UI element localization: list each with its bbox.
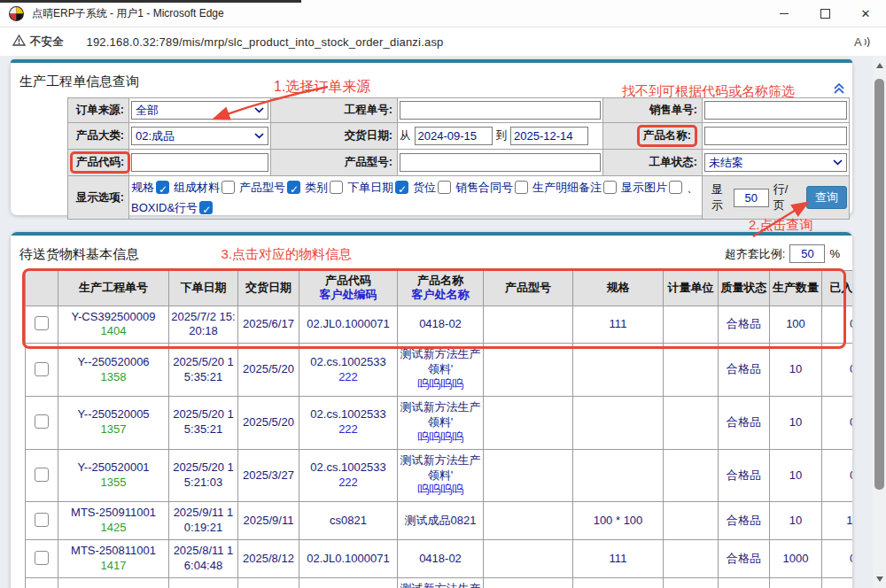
display-option-checkbox[interactable] xyxy=(199,201,213,214)
display-option-checkbox[interactable] xyxy=(438,181,451,194)
display-option-checkbox[interactable] xyxy=(222,181,235,194)
customer-code-link[interactable]: 222 xyxy=(301,370,395,385)
cell-select xyxy=(26,577,58,588)
display-option-checkbox[interactable] xyxy=(287,181,300,194)
product-code-label: 产品代码: xyxy=(68,150,129,176)
search-button[interactable]: 查询 xyxy=(806,186,847,209)
customer-code-link[interactable]: 222 xyxy=(301,476,395,491)
cell-quality: 合格品 xyxy=(719,502,770,540)
row-checkbox[interactable] xyxy=(35,551,49,565)
cell-order-date: 2025/5/20 15:21:03 xyxy=(169,449,238,502)
cell-product-code: 02.cs.1002533222 xyxy=(299,344,398,397)
read-aloud-icon[interactable]: A xyxy=(853,35,872,49)
vertical-scrollbar[interactable] xyxy=(873,56,886,588)
cell-order-no: Y--2505200061358 xyxy=(58,344,169,397)
minimize-button[interactable] xyxy=(764,0,804,27)
table-row[interactable]: MTS-2507150031413 2025/7/15 15:16:12 202… xyxy=(26,577,853,588)
column-header: 生产数量 xyxy=(770,271,822,306)
model-label: 产品型号: xyxy=(271,150,398,176)
cell-select xyxy=(26,396,58,449)
cell-unit xyxy=(664,344,719,397)
ratio-input[interactable] xyxy=(789,244,825,263)
customer-name-link[interactable]: 呜呜呜呜 xyxy=(400,430,481,445)
cell-model xyxy=(484,540,573,578)
triangle-down-icon xyxy=(876,576,883,582)
cell-quality: 合格品 xyxy=(719,306,770,344)
display-option-checkbox[interactable] xyxy=(603,181,617,194)
scrollbar-thumb[interactable] xyxy=(874,79,884,490)
display-option-checkbox[interactable] xyxy=(669,181,682,194)
display-option[interactable]: 组成材料 xyxy=(174,177,235,197)
display-option[interactable]: 销售合同号 xyxy=(455,177,528,197)
ratio-label: 超齐套比例: xyxy=(725,246,786,262)
collapse-panel-icon[interactable] xyxy=(833,82,845,98)
cell-spec: 111 xyxy=(573,306,664,344)
row-checkbox[interactable] xyxy=(35,468,49,482)
close-button[interactable]: ✕ xyxy=(845,0,886,27)
annotation-step1: 1.选择订单来源 xyxy=(274,78,370,97)
delivery-to-input[interactable] xyxy=(510,127,588,145)
table-row[interactable]: Y--2505200051357 2025/5/20 15:35:21 2025… xyxy=(26,396,853,449)
cell-qty: 10 xyxy=(770,344,822,397)
display-option-checkbox[interactable] xyxy=(515,181,528,194)
scroll-up-button[interactable] xyxy=(873,58,886,72)
scroll-down-button[interactable] xyxy=(873,572,886,585)
column-header: 质量状态 xyxy=(719,271,770,306)
row-checkbox[interactable] xyxy=(35,362,49,376)
row-checkbox[interactable] xyxy=(35,513,49,527)
model-input[interactable] xyxy=(400,153,601,172)
table-row[interactable]: Y-CS3925000091404 2025/7/2 15:20:18 2025… xyxy=(26,306,853,344)
cell-model xyxy=(484,306,573,344)
cell-unit xyxy=(664,540,719,578)
product-code-input[interactable] xyxy=(131,153,268,172)
page-size-input[interactable] xyxy=(734,189,769,207)
table-row[interactable]: Y--2505200011355 2025/5/20 15:21:03 2025… xyxy=(26,449,853,502)
cell-product-name: 测试新方法生产领料'呜呜呜呜 xyxy=(398,449,484,502)
address-url[interactable]: 192.168.0.32:789/mis/mrp/slc_product_int… xyxy=(87,35,444,49)
display-option[interactable]: 生产明细备注 xyxy=(532,177,617,197)
project-no-input[interactable] xyxy=(400,101,601,120)
maximize-button[interactable] xyxy=(804,0,845,27)
display-option-checkbox[interactable] xyxy=(395,181,408,194)
display-option[interactable]: 下单日期 xyxy=(347,177,408,197)
category-select[interactable]: 02:成品 xyxy=(131,127,268,145)
ratio-unit: % xyxy=(829,247,840,260)
status-label: 工单状态: xyxy=(603,150,703,176)
cell-delivery-date: 2025/5/20 xyxy=(238,396,299,449)
security-status-label[interactable]: 不安全 xyxy=(30,35,64,50)
order-source-select[interactable]: 全部 xyxy=(131,101,268,120)
table-row[interactable]: MTS-2508110011417 2025/8/11 16:04:48 202… xyxy=(26,540,853,578)
window-title: 点晴ERP子系统 - 用户1 - Microsoft Edge xyxy=(32,6,224,21)
cell-model xyxy=(484,577,573,588)
display-option[interactable]: 规格 xyxy=(131,177,169,197)
cell-select xyxy=(26,502,58,540)
sales-no-input[interactable] xyxy=(704,101,847,120)
cell-select xyxy=(26,306,58,344)
not-secure-warning-icon[interactable] xyxy=(12,34,26,50)
delivery-from-input[interactable] xyxy=(415,127,493,145)
row-checkbox[interactable] xyxy=(35,316,49,330)
display-option[interactable]: 产品型号 xyxy=(239,177,300,197)
dianqing-erp-logo-icon xyxy=(9,6,24,21)
cell-order-no: MTS-2508110011417 xyxy=(58,540,169,578)
table-header-row: 生产工程单号下单日期交货日期产品代码客户处编码产品名称客户处名称产品型号规格计量… xyxy=(26,271,853,306)
display-option[interactable]: 货位 xyxy=(413,177,451,197)
status-select[interactable]: 未结案 xyxy=(704,153,847,172)
display-option[interactable]: 显示图片 xyxy=(621,177,682,197)
table-row[interactable]: MTS-2509110011425 2025/9/11 10:19:21 202… xyxy=(26,502,853,540)
customer-code-link[interactable]: 222 xyxy=(301,422,395,437)
cell-quality: 合格品 xyxy=(719,449,770,502)
display-option[interactable]: 类别 xyxy=(305,177,343,197)
product-name-input[interactable] xyxy=(704,127,847,145)
display-option-checkbox[interactable] xyxy=(156,181,169,194)
row-sub-number: 1404 xyxy=(60,324,167,339)
table-row[interactable]: Y--2505200061358 2025/5/20 15:35:21 2025… xyxy=(26,344,853,397)
cell-spec xyxy=(573,344,664,397)
cell-product-code: cs0821 xyxy=(299,502,398,540)
display-option-checkbox[interactable] xyxy=(330,181,343,194)
display-option[interactable]: BOXID&行号 xyxy=(131,197,213,218)
row-checkbox[interactable] xyxy=(35,414,49,429)
select-all-header xyxy=(26,271,58,306)
customer-name-link[interactable]: 呜呜呜呜 xyxy=(400,377,481,392)
customer-name-link[interactable]: 呜呜呜呜 xyxy=(400,483,481,498)
